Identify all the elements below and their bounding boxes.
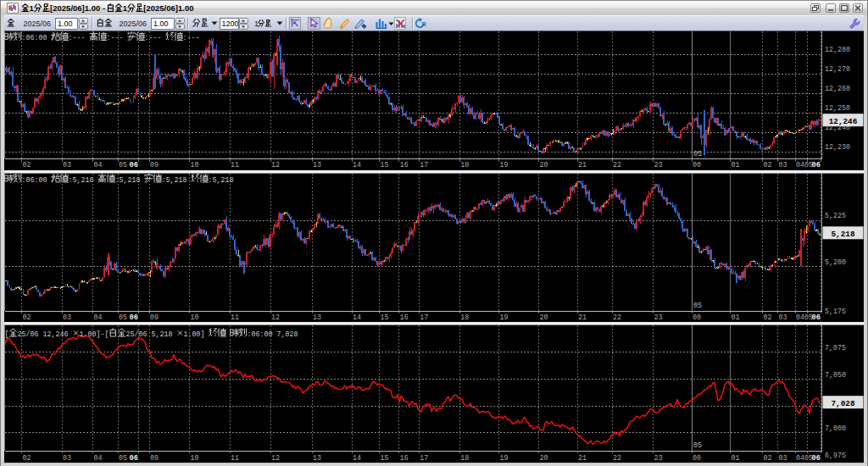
svg-text:03: 03 xyxy=(779,313,787,322)
svg-text:03: 03 xyxy=(63,161,71,169)
svg-text:09: 09 xyxy=(150,313,159,322)
svg-text::06:00: :06:00 xyxy=(22,176,47,185)
svg-text::5,218: :5,218 xyxy=(162,176,187,185)
svg-text:02: 02 xyxy=(764,313,772,322)
svg-text:7,028: 7,028 xyxy=(832,399,855,408)
svg-text:16: 16 xyxy=(400,313,409,322)
svg-text:11: 11 xyxy=(231,313,239,322)
svg-text::06:00 7,028: :06:00 7,028 xyxy=(248,330,298,339)
svg-text:15: 15 xyxy=(381,313,389,322)
svg-text::5,218: :5,218 xyxy=(115,176,141,185)
svg-text:04: 04 xyxy=(94,313,103,322)
svg-text:1: 1 xyxy=(123,3,128,13)
svg-text:11: 11 xyxy=(231,161,239,169)
svg-text:12,230: 12,230 xyxy=(825,143,850,152)
svg-text:10: 10 xyxy=(191,454,199,463)
svg-text::06:00: :06:00 xyxy=(22,34,47,42)
svg-text:19: 19 xyxy=(500,454,509,463)
svg-text:1.00]-[: 1.00]-[ xyxy=(80,330,109,339)
svg-text:00: 00 xyxy=(693,313,701,322)
svg-text:13: 13 xyxy=(313,161,321,169)
svg-text::---: :--- xyxy=(69,34,86,42)
svg-text:05: 05 xyxy=(119,313,127,322)
svg-text:01: 01 xyxy=(732,313,740,322)
svg-text:25/06 5,218: 25/06 5,218 xyxy=(126,330,173,339)
svg-text:17: 17 xyxy=(420,161,428,169)
svg-text:12,260: 12,260 xyxy=(825,85,850,93)
svg-text:05: 05 xyxy=(119,161,127,169)
svg-text:23: 23 xyxy=(654,313,663,322)
svg-text:13: 13 xyxy=(313,454,321,463)
svg-text:06: 06 xyxy=(130,454,138,463)
svg-text:03: 03 xyxy=(63,313,71,322)
svg-text:25/06 12,246: 25/06 12,246 xyxy=(18,330,69,339)
svg-text:19: 19 xyxy=(500,161,509,169)
svg-text:22: 22 xyxy=(613,454,621,463)
svg-text:1: 1 xyxy=(254,19,259,28)
svg-text:22: 22 xyxy=(613,161,621,169)
svg-text:15: 15 xyxy=(381,454,389,463)
svg-text:1.00: 1.00 xyxy=(153,19,169,28)
svg-text::---: :--- xyxy=(183,34,200,42)
svg-text::5,218: :5,218 xyxy=(69,176,94,185)
svg-text:1: 1 xyxy=(30,3,35,13)
svg-text:18: 18 xyxy=(460,161,469,169)
svg-text:12: 12 xyxy=(271,454,280,463)
svg-text:11: 11 xyxy=(231,454,239,463)
svg-text:05: 05 xyxy=(119,454,127,463)
svg-text:02: 02 xyxy=(23,313,31,322)
svg-text:14: 14 xyxy=(353,161,361,169)
svg-text:01: 01 xyxy=(732,161,740,169)
svg-text:06: 06 xyxy=(812,161,821,169)
svg-text:04: 04 xyxy=(796,454,804,463)
svg-text:01: 01 xyxy=(732,454,740,463)
svg-text:1.00: 1.00 xyxy=(58,19,73,28)
svg-text:20: 20 xyxy=(540,313,548,322)
svg-text:23: 23 xyxy=(654,161,663,169)
svg-text:12: 12 xyxy=(271,161,280,169)
svg-text:18: 18 xyxy=(460,313,469,322)
svg-text:09: 09 xyxy=(150,454,159,463)
svg-text:19: 19 xyxy=(500,313,509,322)
svg-text:7,075: 7,075 xyxy=(825,344,846,352)
svg-text:18: 18 xyxy=(460,454,469,463)
svg-text:R: R xyxy=(422,20,427,28)
svg-text:15: 15 xyxy=(381,161,389,169)
svg-text:05: 05 xyxy=(693,150,702,158)
svg-text:06: 06 xyxy=(812,313,821,322)
svg-text:23: 23 xyxy=(654,454,663,463)
svg-text:17: 17 xyxy=(420,313,428,322)
svg-text:00: 00 xyxy=(693,454,701,463)
svg-text:17: 17 xyxy=(420,454,428,463)
svg-text:20: 20 xyxy=(540,454,548,463)
svg-text:16: 16 xyxy=(400,454,409,463)
svg-text:22: 22 xyxy=(613,313,621,322)
svg-text:21: 21 xyxy=(578,313,587,322)
svg-text:05: 05 xyxy=(693,441,702,450)
svg-text:03: 03 xyxy=(779,161,787,169)
svg-text::---: :--- xyxy=(145,34,162,42)
svg-text::---: :--- xyxy=(107,34,124,42)
svg-text:2025/06: 2025/06 xyxy=(24,19,52,28)
svg-text:10: 10 xyxy=(191,161,199,169)
svg-text:1.00]: 1.00] xyxy=(184,330,205,339)
svg-text:5,200: 5,200 xyxy=(825,258,846,267)
svg-text:12: 12 xyxy=(271,313,280,322)
svg-text:02: 02 xyxy=(764,454,772,463)
svg-text:04: 04 xyxy=(94,454,103,463)
svg-text:02: 02 xyxy=(23,454,31,463)
svg-text:12,246: 12,246 xyxy=(829,117,858,126)
svg-text:03: 03 xyxy=(63,454,71,463)
svg-text:09: 09 xyxy=(150,161,159,169)
svg-text:12,250: 12,250 xyxy=(825,104,850,113)
svg-text:7,000: 7,000 xyxy=(825,424,846,433)
svg-text:5,225: 5,225 xyxy=(825,212,846,220)
svg-text:06: 06 xyxy=(812,454,821,463)
svg-text:21: 21 xyxy=(578,161,587,169)
svg-text:6,975: 6,975 xyxy=(825,452,846,460)
svg-text:10: 10 xyxy=(191,313,199,322)
svg-text:06: 06 xyxy=(130,161,138,169)
svg-text::5,218: :5,218 xyxy=(209,176,234,185)
svg-text:1200: 1200 xyxy=(222,19,239,28)
svg-text:04: 04 xyxy=(94,161,103,169)
